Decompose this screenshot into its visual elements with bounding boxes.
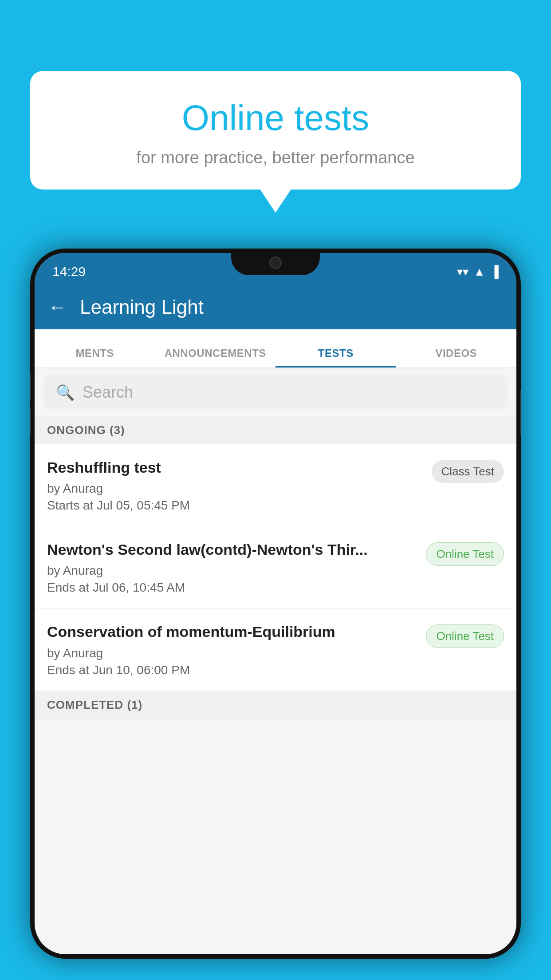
test-time-3: Ends at Jun 10, 06:00 PM xyxy=(47,663,417,677)
signal-icon: ▲ xyxy=(474,265,485,279)
battery-icon: ▐ xyxy=(491,265,499,279)
test-author-1: by Anurag xyxy=(47,482,423,496)
test-author-2: by Anurag xyxy=(47,564,417,578)
tab-tests[interactable]: TESTS xyxy=(276,347,396,368)
search-bar[interactable]: 🔍 Search xyxy=(43,375,508,409)
test-name-1: Reshuffling test xyxy=(47,458,423,477)
completed-section-header: COMPLETED (1) xyxy=(35,691,516,719)
test-info-1: Reshuffling test by Anurag Starts at Jul… xyxy=(47,458,432,513)
test-badge-1: Class Test xyxy=(432,460,504,483)
ongoing-section-header: ONGOING (3) xyxy=(35,416,516,444)
test-info-2: Newton's Second law(contd)-Newton's Thir… xyxy=(47,540,426,595)
tab-ments[interactable]: MENTS xyxy=(35,347,155,368)
tab-announcements[interactable]: ANNOUNCEMENTS xyxy=(155,347,276,368)
test-info-3: Conservation of momentum-Equilibrium by … xyxy=(47,622,426,677)
test-name-3: Conservation of momentum-Equilibrium xyxy=(47,622,417,641)
volume-up-button xyxy=(30,373,31,399)
bubble-title: Online tests xyxy=(52,98,499,138)
status-time: 14:29 xyxy=(52,264,86,279)
test-time-1: Starts at Jul 05, 05:45 PM xyxy=(47,498,423,513)
test-item-3[interactable]: Conservation of momentum-Equilibrium by … xyxy=(35,609,516,691)
test-time-2: Ends at Jul 06, 10:45 AM xyxy=(47,581,417,595)
phone-notch xyxy=(231,249,320,275)
back-button[interactable]: ← xyxy=(48,296,67,318)
bubble-subtitle: for more practice, better performance xyxy=(52,148,499,167)
tab-videos[interactable]: VIDEOS xyxy=(396,347,517,368)
wifi-icon: ▾▾ xyxy=(457,265,468,279)
phone-frame: 14:29 ▾▾ ▲ ▐ ← Learning Light MENTS ANNO… xyxy=(30,249,521,959)
test-item-2[interactable]: Newton's Second law(contd)-Newton's Thir… xyxy=(35,526,516,609)
camera-icon xyxy=(269,257,282,269)
test-name-2: Newton's Second law(contd)-Newton's Thir… xyxy=(47,540,417,559)
test-badge-2: Online Test xyxy=(426,542,504,566)
search-icon: 🔍 xyxy=(56,383,75,401)
volume-down-button xyxy=(30,408,31,435)
app-title: Learning Light xyxy=(80,296,204,318)
test-badge-3: Online Test xyxy=(426,624,504,648)
phone-screen: 14:29 ▾▾ ▲ ▐ ← Learning Light MENTS ANNO… xyxy=(35,253,516,954)
tabs-bar: MENTS ANNOUNCEMENTS TESTS VIDEOS xyxy=(35,329,516,368)
power-button xyxy=(520,391,521,435)
test-author-3: by Anurag xyxy=(47,646,417,660)
test-item-1[interactable]: Reshuffling test by Anurag Starts at Jul… xyxy=(35,444,516,526)
speech-bubble: Online tests for more practice, better p… xyxy=(30,71,521,190)
app-bar: ← Learning Light xyxy=(35,285,516,329)
search-input[interactable]: Search xyxy=(83,383,133,402)
status-icons: ▾▾ ▲ ▐ xyxy=(457,265,499,279)
